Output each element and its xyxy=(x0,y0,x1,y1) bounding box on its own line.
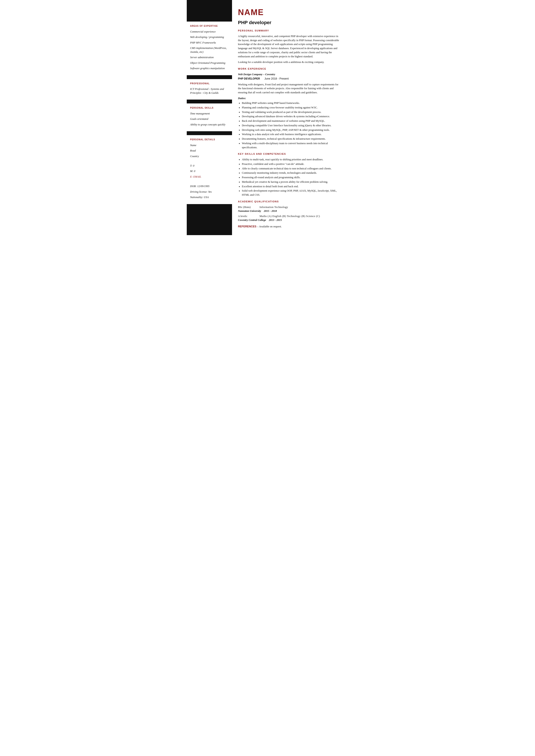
duty-5: Back end development and maintenance of … xyxy=(242,119,342,123)
duty-3: Testing and validating work produced as … xyxy=(242,110,342,114)
skill-6: Methodical yet creative & having a prove… xyxy=(242,180,342,184)
area-item-1: Commercial experience xyxy=(190,30,229,34)
academic-heading: ACADEMIC QUALIFICATIONS xyxy=(238,200,342,203)
work-role-line: PHP DEVELOPER June 2018 - Present xyxy=(238,77,342,81)
personal-summary-p1: A highly resourceful, innovative, and co… xyxy=(238,34,342,59)
qual-1-degree: BSc (Hons) xyxy=(238,205,255,209)
duty-1: Building PHP websites using PHP based fr… xyxy=(242,101,342,105)
qual-2-college: Coventry Central College xyxy=(238,219,266,222)
sidebar: AREAS OF EXPERTISE Commercial experience… xyxy=(187,0,232,235)
details-dob: DOB: 12/09/1995 xyxy=(190,184,229,188)
work-dates: June 2018 - Present xyxy=(265,77,289,80)
details-m: M: 0 xyxy=(190,169,229,173)
duty-8: Working in a data analyst role and with … xyxy=(242,132,342,136)
area-item-5: Server administration xyxy=(190,56,229,60)
area-item-2: Web developing / programming xyxy=(190,35,229,39)
details-title: PERSONAL DETAILS xyxy=(190,138,229,141)
work-description: Working with designers, Front End and pr… xyxy=(238,83,342,94)
references-line: REFERENCES – Available on request. xyxy=(238,225,342,229)
references-label: REFERENCES xyxy=(238,225,256,228)
candidate-job-title: PHP developer xyxy=(238,19,342,26)
qual-1-subject: Information Technology xyxy=(260,205,288,209)
duty-9: Documenting features, technical specific… xyxy=(242,137,342,141)
work-company: Web Design Company – Coventry xyxy=(238,72,342,76)
qual-2-line2: Coventry Central College 2013 - 2015 xyxy=(238,218,342,222)
sidebar-top-spacer xyxy=(187,0,232,21)
skill-item-3: Ability to grasp concepts quickly xyxy=(190,123,229,127)
key-skills-list: Ability to multi-task, react quickly to … xyxy=(238,157,342,197)
personal-skills-section: PERSONAL SKILLS Time management Goals or… xyxy=(187,103,232,131)
skill-7: Excellent attention to detail both front… xyxy=(242,184,342,189)
qual-1-line1: BSc (Hons) Information Technology xyxy=(238,205,342,209)
resume-page: AREAS OF EXPERTISE Commercial experience… xyxy=(187,0,349,235)
qual-2-dates: 2013 - 2015 xyxy=(269,219,282,222)
skill-item-2: Goals orientated xyxy=(190,117,229,121)
details-e: E: EMAIL xyxy=(190,175,229,179)
sidebar-bottom xyxy=(187,204,232,235)
skill-3: Able to clearly communicate technical da… xyxy=(242,167,342,171)
details-country: Country xyxy=(190,154,229,158)
skills-title: PERSONAL SKILLS xyxy=(190,106,229,110)
details-t: T: 0 xyxy=(190,164,229,168)
details-name: Name xyxy=(190,144,229,148)
duty-2: Planning and conducting cross-browser us… xyxy=(242,106,342,110)
area-item-4: CMS implementation (WordPress, Joomla, e… xyxy=(190,46,229,54)
sidebar-gap-2 xyxy=(187,99,232,103)
duty-10: Working with a multi-disciplinary team t… xyxy=(242,141,342,149)
details-nationality: Nationality: USA xyxy=(190,196,229,199)
skill-8: Solid web development experience using O… xyxy=(242,189,342,197)
qual-1-uni: Nuneaton University xyxy=(238,209,261,212)
skill-5: Possessing all-round analysis and progra… xyxy=(242,176,342,179)
area-item-3: PHP MVC Frameworks xyxy=(190,41,229,45)
main-content: NAME PHP developer PERSONAL SUMMARY A hi… xyxy=(232,0,349,235)
qual-1-dates: 2015 - 2018 xyxy=(264,209,277,212)
qual-1-entry: BSc (Hons) Information Technology Nuneat… xyxy=(238,205,342,213)
work-experience-heading: WORK EXPERIENCE xyxy=(238,67,342,71)
duties-list: Building PHP websites using PHP based fr… xyxy=(238,101,342,149)
skill-item-1: Time management xyxy=(190,112,229,116)
personal-details-section: PERSONAL DETAILS Name Road Country T: 0 … xyxy=(187,135,232,204)
candidate-name: NAME xyxy=(238,7,342,18)
qual-2-prefix: A levels: xyxy=(238,214,255,218)
personal-summary-heading: PERSONAL SUMMARY xyxy=(238,29,342,33)
professional-item-1: ICT Professional - Systems and Principle… xyxy=(190,87,229,95)
key-skills-heading: KEY SKILLS AND COMPETENCIES xyxy=(238,152,342,156)
qual-2-line1: A levels: Maths (A) English (B) Technolo… xyxy=(238,214,342,218)
qual-1-line2: Nuneaton University 2015 - 2018 xyxy=(238,209,342,213)
qual-2-subjects: Maths (A) English (B) Technology (B) Sci… xyxy=(260,214,320,218)
details-road: Road xyxy=(190,149,229,153)
duty-6: Developing compatible User Interface fun… xyxy=(242,123,342,127)
skill-4: Continuously monitoring industry trends,… xyxy=(242,171,342,175)
duties-label: Duties: xyxy=(238,96,342,100)
skill-2: Proactive, confident and with a positive… xyxy=(242,162,342,166)
area-item-7: Software graphics manipulation xyxy=(190,67,229,70)
areas-of-expertise-section: AREAS OF EXPERTISE Commercial experience… xyxy=(187,21,232,75)
duty-4: Developing advanced database driven webs… xyxy=(242,115,342,119)
qual-2-entry: A levels: Maths (A) English (B) Technolo… xyxy=(238,214,342,222)
sidebar-gap-3 xyxy=(187,131,232,135)
skill-1: Ability to multi-task, react quickly to … xyxy=(242,157,342,162)
details-driving: Driving license: Yes xyxy=(190,190,229,194)
personal-summary-p2: Looking for a suitable developer positio… xyxy=(238,60,342,64)
work-role-label: PHP DEVELOPER xyxy=(238,77,260,80)
area-item-6: Object Orientated Programming xyxy=(190,61,229,65)
duty-7: Developing web sites using MySQL, PHP, A… xyxy=(242,128,342,132)
professional-title: PROFESSIONAL xyxy=(190,82,229,85)
professional-section: PROFESSIONAL ICT Professional - Systems … xyxy=(187,79,232,100)
sidebar-gap-1 xyxy=(187,75,232,79)
references-text: – Available on request. xyxy=(257,225,282,228)
areas-title: AREAS OF EXPERTISE xyxy=(190,25,229,28)
